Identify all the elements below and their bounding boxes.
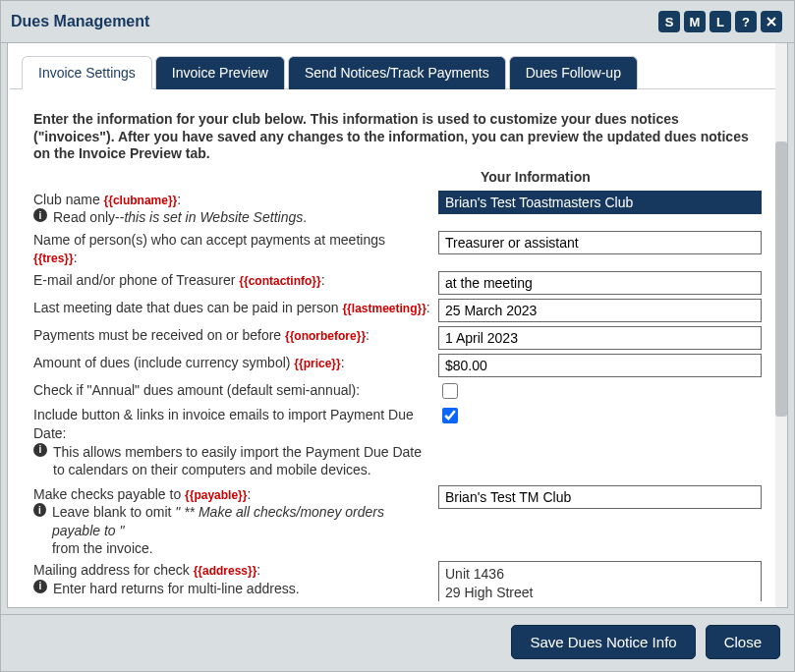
label-clubname: Club name {{clubname}}: i Read only--thi… [33, 191, 438, 227]
include-import-checkbox[interactable] [442, 408, 458, 423]
save-button[interactable]: Save Dues Notice Info [511, 625, 695, 659]
tab-invoice-settings[interactable]: Invoice Settings [22, 56, 152, 89]
label-annual: Check if "Annual" dues amount (default s… [33, 381, 438, 400]
clubname-readonly: Brian's Test Toastmasters Club [438, 191, 762, 214]
row-include-import: Include button & links in invoice emails… [33, 406, 762, 478]
scrollbar-thumb[interactable] [775, 141, 787, 417]
help-button[interactable]: ? [735, 11, 757, 32]
payable-input[interactable] [438, 485, 762, 509]
onorbefore-input[interactable] [438, 326, 762, 350]
token-lastmeeting: {{lastmeeting}} [342, 302, 426, 315]
address-input[interactable]: Unit 1436 29 High Street Nowheresville L… [438, 561, 762, 601]
tab-dues-followup[interactable]: Dues Follow-up [509, 56, 638, 89]
titlebar-controls: S M L ? [658, 11, 782, 32]
label-tres: Name of person(s) who can accept payment… [33, 231, 438, 268]
row-annual: Check if "Annual" dues amount (default s… [33, 381, 762, 402]
titlebar: Dues Management S M L ? [1, 1, 794, 43]
label-address: Mailing address for check {{address}}: i… [33, 561, 438, 597]
dialog-title: Dues Management [11, 13, 149, 30]
label-include-import: Include button & links in invoice emails… [33, 406, 438, 478]
annual-checkbox[interactable] [442, 383, 458, 399]
tab-send-notices[interactable]: Send Notices/Track Payments [288, 56, 506, 89]
close-icon[interactable] [761, 11, 782, 32]
hint-clubname: Read only--this is set in Website Settin… [53, 208, 307, 226]
dues-management-dialog: Dues Management S M L ? Invoice Settings… [0, 0, 795, 672]
size-small-button[interactable]: S [658, 11, 680, 32]
row-tres: Name of person(s) who can accept payment… [33, 231, 762, 268]
tres-input[interactable] [438, 231, 762, 254]
token-clubname: {{clubname}} [104, 194, 178, 207]
token-price: {{price}} [294, 357, 340, 370]
label-lastmeeting: Last meeting date that dues can be paid … [33, 299, 438, 317]
row-contactinfo: E-mail and/or phone of Treasurer {{conta… [33, 271, 762, 295]
row-lastmeeting: Last meeting date that dues can be paid … [33, 299, 762, 322]
token-onorbefore: {{onorbefore}} [285, 329, 366, 343]
content-area: Invoice Settings Invoice Preview Send No… [7, 43, 788, 608]
row-clubname: Club name {{clubname}}: i Read only--thi… [33, 191, 762, 227]
info-icon: i [33, 580, 47, 593]
intro-text: Enter the information for your club belo… [33, 111, 762, 163]
token-tres: {{tres}} [33, 252, 74, 265]
token-contactinfo: {{contactinfo}} [239, 274, 320, 288]
label-contactinfo: E-mail and/or phone of Treasurer {{conta… [33, 271, 438, 290]
your-information-header: Your Information [33, 169, 762, 185]
price-input[interactable] [438, 354, 762, 377]
tab-invoice-preview[interactable]: Invoice Preview [155, 56, 285, 89]
contactinfo-input[interactable] [438, 271, 762, 295]
dialog-footer: Save Dues Notice Info Close [1, 614, 794, 671]
close-button[interactable]: Close [706, 625, 780, 659]
size-large-button[interactable]: L [710, 11, 731, 32]
row-onorbefore: Payments must be received on or before {… [33, 326, 762, 350]
label-payable: Make checks payable to {{payable}}: i Le… [33, 485, 438, 557]
tab-strip: Invoice Settings Invoice Preview Send No… [10, 55, 785, 89]
row-payable: Make checks payable to {{payable}}: i Le… [33, 485, 762, 557]
label-price: Amount of dues (include currency symbol)… [33, 354, 438, 372]
hint-include-import: This allows members to easily import the… [53, 443, 422, 478]
token-payable: {{payable}} [185, 488, 247, 502]
info-icon: i [33, 443, 47, 457]
tab-panel-invoice-settings: Enter the information for your club belo… [10, 89, 785, 601]
token-address: {{address}} [194, 564, 257, 578]
row-price: Amount of dues (include currency symbol)… [33, 354, 762, 377]
scrollbar-track[interactable] [775, 43, 787, 607]
info-icon: i [33, 503, 46, 517]
label-onorbefore: Payments must be received on or before {… [33, 326, 438, 345]
info-icon: i [33, 208, 47, 222]
hint-payable: Leave blank to omit " ** Make all checks… [52, 503, 430, 557]
size-medium-button[interactable]: M [684, 11, 706, 32]
hint-address: Enter hard returns for multi-line addres… [53, 580, 300, 597]
row-address: Mailing address for check {{address}}: i… [33, 561, 762, 601]
lastmeeting-input[interactable] [438, 299, 762, 322]
